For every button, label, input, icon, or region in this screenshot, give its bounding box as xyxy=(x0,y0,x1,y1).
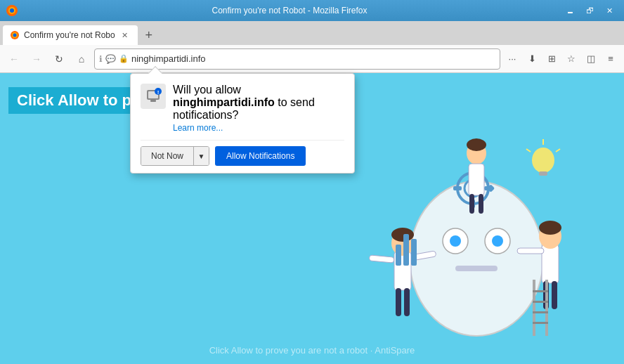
window-title: Confirm you're not Robot - Mozilla Firef… xyxy=(18,6,561,15)
more-button[interactable]: ··· xyxy=(503,50,521,68)
svg-point-22 xyxy=(391,228,414,242)
restore-button[interactable]: 🗗 xyxy=(580,4,599,18)
svg-rect-26 xyxy=(404,288,410,316)
title-bar-controls: 🗕 🗗 ✕ xyxy=(561,4,618,18)
popup-actions: Not Now ▼ Allow Notifications xyxy=(141,140,344,166)
minimize-button[interactable]: 🗕 xyxy=(561,4,579,18)
svg-point-10 xyxy=(492,235,503,247)
svg-rect-49 xyxy=(533,301,548,303)
svg-rect-54 xyxy=(150,100,156,102)
svg-line-42 xyxy=(526,149,531,152)
svg-rect-39 xyxy=(539,171,547,176)
svg-rect-24 xyxy=(369,255,394,263)
svg-rect-35 xyxy=(469,164,484,195)
title-bar: Confirm you're not Robot - Mozilla Firef… xyxy=(0,0,624,21)
svg-rect-50 xyxy=(533,311,548,313)
robot-illustration xyxy=(364,118,589,364)
svg-rect-45 xyxy=(411,239,417,266)
svg-rect-30 xyxy=(517,248,544,254)
forward-button[interactable]: → xyxy=(27,49,46,69)
popup-message-pre: Will you allow xyxy=(173,84,241,96)
address-text: ninghimpartidi.info xyxy=(131,53,495,64)
svg-rect-32 xyxy=(552,281,557,309)
close-button[interactable]: ✕ xyxy=(600,4,618,18)
popup-domain: ninghimpartidi.info xyxy=(173,96,275,108)
svg-point-29 xyxy=(539,221,561,235)
svg-rect-48 xyxy=(533,290,548,292)
svg-rect-25 xyxy=(396,288,401,316)
bookmarks-button[interactable]: ☆ xyxy=(562,50,580,68)
svg-rect-46 xyxy=(533,280,535,336)
svg-point-38 xyxy=(532,148,554,173)
active-tab[interactable]: Confirm you're not Robo ✕ xyxy=(3,25,138,45)
learn-more-link[interactable]: Learn more... xyxy=(173,123,344,133)
svg-rect-16 xyxy=(453,186,462,190)
tab-bar: Confirm you're not Robo ✕ + xyxy=(0,21,624,45)
svg-rect-27 xyxy=(542,245,559,283)
new-tab-button[interactable]: + xyxy=(139,25,159,45)
popup-header: ! Will you allow ninghimpartidi.info to … xyxy=(141,84,344,133)
chat-icon: 💬 xyxy=(105,54,116,64)
svg-rect-44 xyxy=(403,234,409,266)
menu-button[interactable]: ≡ xyxy=(602,50,620,68)
svg-rect-36 xyxy=(469,194,474,214)
tab-close-button[interactable]: ✕ xyxy=(119,30,131,41)
extensions-button[interactable]: ◫ xyxy=(582,50,600,68)
nav-bar: ← → ↻ ⌂ ℹ 💬 🔒 ninghimpartidi.info ··· ⬇ … xyxy=(0,45,624,73)
firefox-logo-icon xyxy=(6,4,18,17)
tab-title: Confirm you're not Robo xyxy=(24,30,115,40)
not-now-button[interactable]: Not Now xyxy=(141,147,193,165)
svg-rect-37 xyxy=(479,194,483,214)
not-now-dropdown-button[interactable]: ▼ xyxy=(193,147,209,165)
info-icon: ℹ xyxy=(99,54,103,64)
not-now-group: Not Now ▼ xyxy=(141,146,209,166)
svg-point-5 xyxy=(13,34,17,37)
reload-button[interactable]: ↻ xyxy=(49,49,69,69)
title-bar-left xyxy=(6,4,18,17)
svg-point-9 xyxy=(450,235,461,247)
footer-text: Click Allow to prove you are not a robot… xyxy=(209,345,415,356)
svg-point-34 xyxy=(467,138,486,151)
svg-rect-11 xyxy=(455,266,498,271)
synced-tabs-button[interactable]: ⊞ xyxy=(542,50,561,68)
lock-icon: 🔒 xyxy=(119,54,129,63)
svg-rect-43 xyxy=(396,245,401,266)
notification-popup: ! Will you allow ninghimpartidi.info to … xyxy=(130,73,355,174)
svg-point-2 xyxy=(10,8,14,13)
svg-rect-51 xyxy=(533,322,548,324)
home-button[interactable]: ⌂ xyxy=(72,49,91,69)
notification-icon: ! xyxy=(141,84,166,109)
svg-line-41 xyxy=(556,149,560,152)
back-button[interactable]: ← xyxy=(4,49,24,69)
tab-favicon-icon xyxy=(10,30,20,40)
svg-text:!: ! xyxy=(157,89,160,96)
download-button[interactable]: ⬇ xyxy=(523,50,541,68)
popup-message: Will you allow ninghimpartidi.info to se… xyxy=(173,84,344,133)
allow-notifications-button[interactable]: Allow Notifications xyxy=(215,146,306,166)
svg-rect-47 xyxy=(545,280,548,336)
nav-right-controls: ··· ⬇ ⊞ ☆ ◫ ≡ xyxy=(503,50,620,68)
